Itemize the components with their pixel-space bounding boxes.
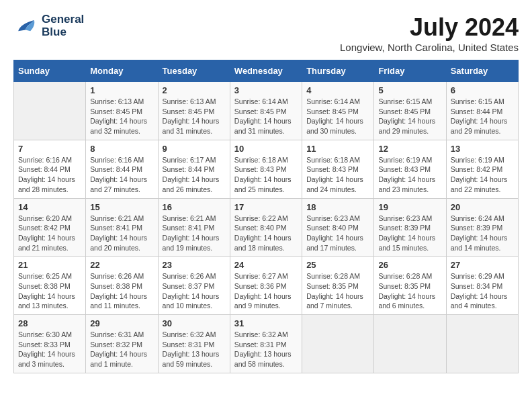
calendar-day-cell: 5Sunrise: 6:15 AMSunset: 8:45 PMDaylight… [374,82,446,140]
calendar-day-cell: 26Sunrise: 6:28 AMSunset: 8:35 PMDayligh… [374,257,446,315]
calendar-day-cell: 13Sunrise: 6:19 AMSunset: 8:42 PMDayligh… [446,140,518,198]
day-number: 9 [163,144,226,154]
calendar-day-cell: 10Sunrise: 6:18 AMSunset: 8:43 PMDayligh… [230,140,302,198]
day-info: Sunrise: 6:15 AMSunset: 8:45 PMDaylight:… [378,97,441,136]
calendar-day-cell: 30Sunrise: 6:32 AMSunset: 8:31 PMDayligh… [158,315,230,373]
day-number: 16 [163,202,226,212]
day-number: 15 [90,202,153,212]
calendar-day-cell [14,82,86,140]
day-info: Sunrise: 6:30 AMSunset: 8:33 PMDaylight:… [18,330,81,369]
calendar-day-cell: 1Sunrise: 6:13 AMSunset: 8:45 PMDaylight… [86,82,158,140]
calendar-day-cell: 18Sunrise: 6:23 AMSunset: 8:40 PMDayligh… [302,198,374,257]
calendar-day-cell: 19Sunrise: 6:23 AMSunset: 8:39 PMDayligh… [374,198,446,257]
calendar-day-cell: 20Sunrise: 6:24 AMSunset: 8:39 PMDayligh… [446,198,518,257]
day-info: Sunrise: 6:17 AMSunset: 8:44 PMDaylight:… [163,155,226,195]
month-year-title: July 2024 [340,13,519,42]
day-info: Sunrise: 6:25 AMSunset: 8:38 PMDaylight:… [18,271,81,311]
calendar-day-cell [302,315,374,373]
calendar-day-cell [374,315,446,373]
day-number: 19 [378,202,441,212]
day-number: 27 [451,260,514,270]
day-info: Sunrise: 6:13 AMSunset: 8:45 PMDaylight:… [163,97,226,136]
day-number: 11 [306,144,369,154]
calendar-day-cell: 31Sunrise: 6:32 AMSunset: 8:31 PMDayligh… [230,315,302,373]
calendar-week-row: 14Sunrise: 6:20 AMSunset: 8:42 PMDayligh… [14,198,519,257]
calendar-day-cell: 9Sunrise: 6:17 AMSunset: 8:44 PMDaylight… [158,140,230,198]
day-info: Sunrise: 6:26 AMSunset: 8:38 PMDaylight:… [90,271,153,311]
day-info: Sunrise: 6:14 AMSunset: 8:45 PMDaylight:… [306,97,369,136]
calendar-day-cell: 17Sunrise: 6:22 AMSunset: 8:40 PMDayligh… [230,198,302,257]
day-info: Sunrise: 6:20 AMSunset: 8:42 PMDaylight:… [18,214,81,253]
day-info: Sunrise: 6:18 AMSunset: 8:43 PMDaylight:… [306,155,369,195]
day-number: 31 [234,318,298,328]
calendar-day-cell: 24Sunrise: 6:27 AMSunset: 8:36 PMDayligh… [230,257,302,315]
calendar-day-cell: 15Sunrise: 6:21 AMSunset: 8:41 PMDayligh… [86,198,158,257]
calendar-day-cell: 28Sunrise: 6:30 AMSunset: 8:33 PMDayligh… [14,315,86,373]
calendar-day-cell: 23Sunrise: 6:26 AMSunset: 8:37 PMDayligh… [158,257,230,315]
day-number: 13 [451,144,514,154]
calendar-day-cell [446,315,518,373]
calendar-day-cell: 27Sunrise: 6:29 AMSunset: 8:34 PMDayligh… [446,257,518,315]
calendar-day-header: Tuesday [158,60,230,82]
calendar-day-cell: 11Sunrise: 6:18 AMSunset: 8:43 PMDayligh… [302,140,374,198]
day-number: 18 [306,202,369,212]
calendar-day-cell: 29Sunrise: 6:31 AMSunset: 8:32 PMDayligh… [86,315,158,373]
day-number: 26 [378,260,441,270]
calendar-day-cell: 22Sunrise: 6:26 AMSunset: 8:38 PMDayligh… [86,257,158,315]
calendar-day-cell: 7Sunrise: 6:16 AMSunset: 8:44 PMDaylight… [14,140,86,198]
day-info: Sunrise: 6:24 AMSunset: 8:39 PMDaylight:… [451,214,514,253]
day-number: 28 [18,318,81,328]
calendar-day-cell: 21Sunrise: 6:25 AMSunset: 8:38 PMDayligh… [14,257,86,315]
day-info: Sunrise: 6:21 AMSunset: 8:41 PMDaylight:… [90,214,153,253]
day-info: Sunrise: 6:32 AMSunset: 8:31 PMDaylight:… [163,330,226,369]
calendar-table: SundayMondayTuesdayWednesdayThursdayFrid… [13,60,519,373]
calendar-day-header: Friday [374,60,446,82]
calendar-header-row: SundayMondayTuesdayWednesdayThursdayFrid… [14,60,519,82]
day-number: 17 [234,202,298,212]
day-info: Sunrise: 6:15 AMSunset: 8:44 PMDaylight:… [451,97,514,136]
day-info: Sunrise: 6:29 AMSunset: 8:34 PMDaylight:… [451,271,514,311]
day-info: Sunrise: 6:16 AMSunset: 8:44 PMDaylight:… [90,155,153,195]
day-info: Sunrise: 6:19 AMSunset: 8:43 PMDaylight:… [378,155,441,195]
day-number: 1 [90,85,153,95]
calendar-day-header: Wednesday [230,60,302,82]
calendar-week-row: 21Sunrise: 6:25 AMSunset: 8:38 PMDayligh… [14,257,519,315]
day-number: 12 [378,144,441,154]
page-header: General Blue July 2024 Longview, North C… [13,13,519,53]
day-number: 3 [234,85,298,95]
day-info: Sunrise: 6:13 AMSunset: 8:45 PMDaylight:… [90,97,153,136]
day-info: Sunrise: 6:28 AMSunset: 8:35 PMDaylight:… [378,271,441,311]
day-number: 2 [163,85,226,95]
day-info: Sunrise: 6:16 AMSunset: 8:44 PMDaylight:… [18,155,81,195]
day-number: 23 [163,260,226,270]
logo-text: General Blue [42,13,84,38]
calendar-day-cell: 4Sunrise: 6:14 AMSunset: 8:45 PMDaylight… [302,82,374,140]
title-section: July 2024 Longview, North Carolina, Unit… [340,13,519,53]
day-info: Sunrise: 6:27 AMSunset: 8:36 PMDaylight:… [234,271,298,311]
calendar-day-header: Monday [86,60,158,82]
day-number: 14 [18,202,81,212]
calendar-day-header: Saturday [446,60,518,82]
calendar-day-cell: 16Sunrise: 6:21 AMSunset: 8:41 PMDayligh… [158,198,230,257]
day-info: Sunrise: 6:21 AMSunset: 8:41 PMDaylight:… [163,214,226,253]
day-info: Sunrise: 6:14 AMSunset: 8:45 PMDaylight:… [234,97,298,136]
day-number: 29 [90,318,153,328]
calendar-day-cell: 12Sunrise: 6:19 AMSunset: 8:43 PMDayligh… [374,140,446,198]
day-info: Sunrise: 6:18 AMSunset: 8:43 PMDaylight:… [234,155,298,195]
calendar-day-cell: 14Sunrise: 6:20 AMSunset: 8:42 PMDayligh… [14,198,86,257]
calendar-day-cell: 25Sunrise: 6:28 AMSunset: 8:35 PMDayligh… [302,257,374,315]
day-number: 6 [451,85,514,95]
day-number: 10 [234,144,298,154]
day-info: Sunrise: 6:26 AMSunset: 8:37 PMDaylight:… [163,271,226,311]
day-number: 7 [18,144,81,154]
day-info: Sunrise: 6:28 AMSunset: 8:35 PMDaylight:… [306,271,369,311]
day-number: 22 [90,260,153,270]
day-number: 5 [378,85,441,95]
day-number: 8 [90,144,153,154]
day-number: 21 [18,260,81,270]
calendar-day-cell: 3Sunrise: 6:14 AMSunset: 8:45 PMDaylight… [230,82,302,140]
logo-bird-icon [13,14,38,38]
day-info: Sunrise: 6:31 AMSunset: 8:32 PMDaylight:… [90,330,153,369]
day-info: Sunrise: 6:19 AMSunset: 8:42 PMDaylight:… [451,155,514,195]
day-number: 30 [163,318,226,328]
